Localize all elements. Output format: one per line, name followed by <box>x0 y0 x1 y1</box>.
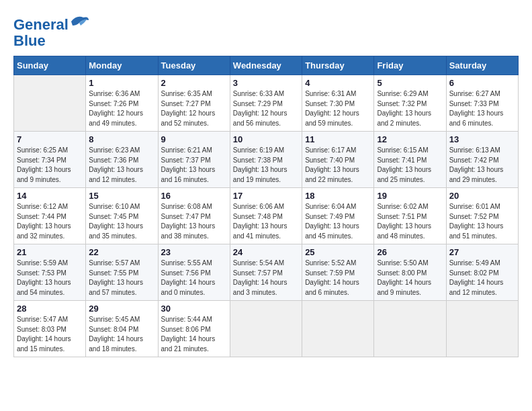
day-number: 10 <box>233 134 299 144</box>
day-info: Sunrise: 6:33 AMSunset: 7:29 PMDaylight:… <box>233 89 299 128</box>
calendar-table: SundayMondayTuesdayWednesdayThursdayFrid… <box>13 56 519 357</box>
day-info: Sunrise: 5:52 AMSunset: 7:59 PMDaylight:… <box>305 259 371 298</box>
day-info: Sunrise: 5:49 AMSunset: 8:02 PMDaylight:… <box>449 259 515 298</box>
day-number: 26 <box>377 247 443 257</box>
day-number: 30 <box>161 304 227 314</box>
day-number: 22 <box>89 247 154 257</box>
calendar-cell: 27Sunrise: 5:49 AMSunset: 8:02 PMDayligh… <box>446 244 518 301</box>
logo-text: General Blue <box>13 13 90 49</box>
logo: General Blue <box>13 13 90 49</box>
day-info: Sunrise: 5:50 AMSunset: 8:00 PMDaylight:… <box>377 259 443 298</box>
day-info: Sunrise: 6:10 AMSunset: 7:45 PMDaylight:… <box>89 202 154 241</box>
calendar-week-3: 14Sunrise: 6:12 AMSunset: 7:44 PMDayligh… <box>14 188 519 244</box>
day-number: 16 <box>161 191 227 201</box>
header-sunday: Sunday <box>14 56 86 75</box>
calendar-cell: 14Sunrise: 6:12 AMSunset: 7:44 PMDayligh… <box>14 188 86 244</box>
calendar-week-4: 21Sunrise: 5:59 AMSunset: 7:53 PMDayligh… <box>14 244 519 301</box>
day-info: Sunrise: 5:57 AMSunset: 7:55 PMDaylight:… <box>89 259 154 298</box>
day-number: 12 <box>377 134 443 144</box>
day-number: 15 <box>89 191 154 201</box>
header-monday: Monday <box>86 56 158 75</box>
calendar-cell: 29Sunrise: 5:45 AMSunset: 8:04 PMDayligh… <box>86 301 158 357</box>
day-info: Sunrise: 6:08 AMSunset: 7:47 PMDaylight:… <box>161 202 227 241</box>
day-info: Sunrise: 6:04 AMSunset: 7:49 PMDaylight:… <box>305 202 371 241</box>
day-info: Sunrise: 6:12 AMSunset: 7:44 PMDaylight:… <box>17 202 83 241</box>
calendar-cell <box>302 301 374 357</box>
calendar-cell: 19Sunrise: 6:02 AMSunset: 7:51 PMDayligh… <box>374 188 446 244</box>
calendar-cell: 16Sunrise: 6:08 AMSunset: 7:47 PMDayligh… <box>158 188 230 244</box>
calendar-cell: 17Sunrise: 6:06 AMSunset: 7:48 PMDayligh… <box>230 188 302 244</box>
calendar-cell: 7Sunrise: 6:25 AMSunset: 7:34 PMDaylight… <box>14 132 86 188</box>
calendar-cell: 30Sunrise: 5:44 AMSunset: 8:06 PMDayligh… <box>158 301 230 357</box>
day-info: Sunrise: 5:47 AMSunset: 8:03 PMDaylight:… <box>17 315 83 354</box>
day-info: Sunrise: 6:25 AMSunset: 7:34 PMDaylight:… <box>17 146 83 185</box>
day-info: Sunrise: 5:54 AMSunset: 7:57 PMDaylight:… <box>233 259 299 298</box>
day-info: Sunrise: 5:44 AMSunset: 8:06 PMDaylight:… <box>161 315 227 354</box>
calendar-cell: 24Sunrise: 5:54 AMSunset: 7:57 PMDayligh… <box>230 244 302 301</box>
header-wednesday: Wednesday <box>230 56 302 75</box>
calendar-week-2: 7Sunrise: 6:25 AMSunset: 7:34 PMDaylight… <box>14 132 519 188</box>
day-number: 29 <box>89 304 154 314</box>
calendar-cell: 3Sunrise: 6:33 AMSunset: 7:29 PMDaylight… <box>230 75 302 132</box>
day-number: 19 <box>377 191 443 201</box>
calendar-cell: 2Sunrise: 6:35 AMSunset: 7:27 PMDaylight… <box>158 75 230 132</box>
page-header: General Blue <box>13 13 519 49</box>
day-number: 23 <box>161 247 227 257</box>
calendar-cell: 28Sunrise: 5:47 AMSunset: 8:03 PMDayligh… <box>14 301 86 357</box>
calendar-cell: 15Sunrise: 6:10 AMSunset: 7:45 PMDayligh… <box>86 188 158 244</box>
day-number: 21 <box>17 247 83 257</box>
header-saturday: Saturday <box>446 56 518 75</box>
calendar-cell: 4Sunrise: 6:31 AMSunset: 7:30 PMDaylight… <box>302 75 374 132</box>
day-number: 3 <box>233 78 299 88</box>
day-info: Sunrise: 6:36 AMSunset: 7:26 PMDaylight:… <box>89 89 154 128</box>
day-info: Sunrise: 6:15 AMSunset: 7:41 PMDaylight:… <box>377 146 443 185</box>
logo-bird-icon <box>70 13 90 30</box>
calendar-cell: 13Sunrise: 6:13 AMSunset: 7:42 PMDayligh… <box>446 132 518 188</box>
day-number: 17 <box>233 191 299 201</box>
calendar-cell: 1Sunrise: 6:36 AMSunset: 7:26 PMDaylight… <box>86 75 158 132</box>
calendar-cell: 18Sunrise: 6:04 AMSunset: 7:49 PMDayligh… <box>302 188 374 244</box>
day-number: 28 <box>17 304 83 314</box>
calendar-cell: 20Sunrise: 6:01 AMSunset: 7:52 PMDayligh… <box>446 188 518 244</box>
calendar-week-5: 28Sunrise: 5:47 AMSunset: 8:03 PMDayligh… <box>14 301 519 357</box>
calendar-cell: 6Sunrise: 6:27 AMSunset: 7:33 PMDaylight… <box>446 75 518 132</box>
calendar-cell <box>446 301 518 357</box>
logo-blue: Blue <box>13 32 46 49</box>
day-info: Sunrise: 5:55 AMSunset: 7:56 PMDaylight:… <box>161 259 227 298</box>
day-number: 25 <box>305 247 371 257</box>
day-number: 2 <box>161 78 227 88</box>
day-info: Sunrise: 6:01 AMSunset: 7:52 PMDaylight:… <box>449 202 515 241</box>
day-info: Sunrise: 6:21 AMSunset: 7:37 PMDaylight:… <box>161 146 227 185</box>
calendar-cell <box>230 301 302 357</box>
day-info: Sunrise: 6:19 AMSunset: 7:38 PMDaylight:… <box>233 146 299 185</box>
header-tuesday: Tuesday <box>158 56 230 75</box>
calendar-cell: 5Sunrise: 6:29 AMSunset: 7:32 PMDaylight… <box>374 75 446 132</box>
calendar-week-1: 1Sunrise: 6:36 AMSunset: 7:26 PMDaylight… <box>14 75 519 132</box>
day-number: 8 <box>89 134 154 144</box>
day-number: 14 <box>17 191 83 201</box>
calendar-cell <box>374 301 446 357</box>
day-number: 11 <box>305 134 371 144</box>
day-info: Sunrise: 6:17 AMSunset: 7:40 PMDaylight:… <box>305 146 371 185</box>
day-info: Sunrise: 6:06 AMSunset: 7:48 PMDaylight:… <box>233 202 299 241</box>
day-info: Sunrise: 5:45 AMSunset: 8:04 PMDaylight:… <box>89 315 154 354</box>
day-number: 1 <box>89 78 154 88</box>
day-info: Sunrise: 6:02 AMSunset: 7:51 PMDaylight:… <box>377 202 443 241</box>
day-number: 20 <box>449 191 515 201</box>
day-number: 18 <box>305 191 371 201</box>
header-friday: Friday <box>374 56 446 75</box>
calendar-cell: 10Sunrise: 6:19 AMSunset: 7:38 PMDayligh… <box>230 132 302 188</box>
day-number: 24 <box>233 247 299 257</box>
day-number: 9 <box>161 134 227 144</box>
day-info: Sunrise: 6:23 AMSunset: 7:36 PMDaylight:… <box>89 146 154 185</box>
calendar-cell: 11Sunrise: 6:17 AMSunset: 7:40 PMDayligh… <box>302 132 374 188</box>
calendar-cell: 8Sunrise: 6:23 AMSunset: 7:36 PMDaylight… <box>86 132 158 188</box>
calendar-cell: 25Sunrise: 5:52 AMSunset: 7:59 PMDayligh… <box>302 244 374 301</box>
day-info: Sunrise: 6:35 AMSunset: 7:27 PMDaylight:… <box>161 89 227 128</box>
day-number: 6 <box>449 78 515 88</box>
calendar-cell <box>14 75 86 132</box>
calendar-cell: 23Sunrise: 5:55 AMSunset: 7:56 PMDayligh… <box>158 244 230 301</box>
calendar-cell: 12Sunrise: 6:15 AMSunset: 7:41 PMDayligh… <box>374 132 446 188</box>
calendar-cell: 26Sunrise: 5:50 AMSunset: 8:00 PMDayligh… <box>374 244 446 301</box>
day-info: Sunrise: 6:31 AMSunset: 7:30 PMDaylight:… <box>305 89 371 128</box>
